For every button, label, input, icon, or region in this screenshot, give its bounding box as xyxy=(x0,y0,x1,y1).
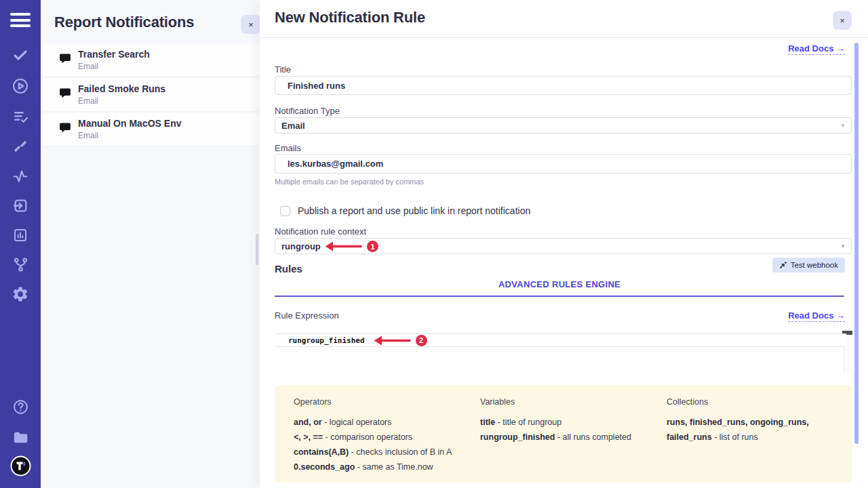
variables-title: Variables xyxy=(480,397,658,407)
list-item[interactable]: Transfer Search Email xyxy=(41,43,260,77)
help-item: runs, finished_runs, ongoing_runs, faile… xyxy=(667,415,845,445)
drawer-close-button[interactable]: × xyxy=(833,11,852,30)
read-docs-link[interactable]: Read Docs → xyxy=(788,310,845,322)
emails-helper-text: Multiple emails can be separated by comm… xyxy=(275,178,424,186)
test-webhook-button[interactable]: Test webhook xyxy=(772,258,845,272)
notification-title: Failed Smoke Runs xyxy=(78,83,165,94)
panel-close-button[interactable]: × xyxy=(241,15,261,34)
list-item[interactable]: Manual On MacOS Env Email xyxy=(41,113,260,146)
test-webhook-label: Test webhook xyxy=(791,261,838,269)
publish-report-label: Publish a report and use public link in … xyxy=(298,205,530,216)
chat-bubble-icon xyxy=(58,122,72,138)
webhook-icon xyxy=(779,261,787,269)
annotation-step-2: 2 xyxy=(373,335,427,346)
emails-label: Emails xyxy=(275,143,301,153)
red-arrow-left-icon xyxy=(373,335,411,346)
rule-context-select[interactable]: rungroup ▼ 1 xyxy=(275,238,852,254)
red-arrow-left-icon xyxy=(324,241,362,252)
title-label: Title xyxy=(275,64,291,75)
collections-column: Collections runs, finished_runs, ongoing… xyxy=(667,397,845,483)
operators-column: Operators and, or - logical operators <,… xyxy=(294,397,472,483)
rules-heading: Rules xyxy=(275,263,302,274)
drawer-scrollbar[interactable] xyxy=(854,43,859,444)
help-item: 0.seconds_ago - same as Time.now xyxy=(294,460,472,474)
read-docs-link[interactable]: Read Docs → xyxy=(788,43,845,55)
playlist-check-icon[interactable] xyxy=(0,108,41,125)
help-item: <, >, == - comparison operators xyxy=(294,430,472,445)
notification-list: Transfer Search Email Failed Smoke Runs … xyxy=(41,43,260,147)
title-input[interactable] xyxy=(275,76,852,95)
chevron-down-icon: ▼ xyxy=(840,123,846,129)
help-item: title - title of rungroup xyxy=(480,415,658,430)
rule-expression-label: Rule Expression xyxy=(275,310,339,321)
notification-type-value: Email xyxy=(281,121,305,131)
rule-context-label: Notification rule context xyxy=(275,226,366,237)
variables-column: Variables title - title of rungroup rung… xyxy=(480,397,658,483)
publish-report-checkbox[interactable] xyxy=(280,206,290,216)
chat-bubble-icon xyxy=(58,87,72,103)
rule-context-value: rungroup xyxy=(281,241,321,251)
help-item: contains(A,B) - checks inclusion of B in… xyxy=(294,445,472,460)
annotation-step-1: 1 xyxy=(324,241,378,252)
notification-type-label: Notification Type xyxy=(275,106,340,116)
help-item: rungroup_finished - all runs completed xyxy=(480,430,658,445)
notification-type: Email xyxy=(78,62,98,71)
check-icon[interactable] xyxy=(0,47,41,64)
list-item[interactable]: Failed Smoke Runs Email xyxy=(41,78,260,111)
emails-input[interactable] xyxy=(275,154,852,174)
annotation-badge-2: 2 xyxy=(416,335,427,346)
panel-scrollbar[interactable] xyxy=(256,234,258,265)
collections-title: Collections xyxy=(667,397,845,407)
expression-help-box: Operators and, or - logical operators <,… xyxy=(275,385,852,483)
help-item: and, or - logical operators xyxy=(294,415,472,430)
app-sidebar xyxy=(0,0,41,488)
chevron-down-icon: ▼ xyxy=(840,243,846,249)
rule-expression-code: rungroup_finished xyxy=(288,336,365,345)
gear-icon[interactable] xyxy=(0,285,41,303)
play-circle-icon[interactable] xyxy=(0,77,41,95)
notification-title: Transfer Search xyxy=(78,49,150,60)
stairs-icon[interactable] xyxy=(0,138,41,155)
app-logo[interactable] xyxy=(0,455,41,476)
drawer-header: New Notification Rule × xyxy=(260,0,868,38)
close-icon: × xyxy=(248,20,254,30)
activity-icon[interactable] xyxy=(0,168,41,184)
tab-active-indicator xyxy=(275,296,844,297)
publish-report-checkbox-row[interactable]: Publish a report and use public link in … xyxy=(280,205,530,216)
operators-title: Operators xyxy=(294,397,472,407)
drawer-title: New Notification Rule xyxy=(275,9,425,26)
tab-advanced-rules-engine[interactable]: ADVANCED RULES ENGINE xyxy=(275,279,844,289)
menu-icon[interactable] xyxy=(10,13,31,30)
chat-bubble-icon xyxy=(58,53,72,68)
panel-title: Report Notifications xyxy=(54,14,194,31)
notification-type: Email xyxy=(78,131,98,140)
folder-icon[interactable] xyxy=(0,428,41,446)
notification-title: Manual On MacOS Env xyxy=(78,118,181,129)
bar-chart-icon[interactable] xyxy=(0,227,41,243)
sign-in-icon[interactable] xyxy=(0,197,41,214)
rule-expression-editor[interactable]: rungroup_finished 2 xyxy=(275,328,852,380)
notification-type-select[interactable]: Email ▼ xyxy=(275,117,852,134)
close-icon: × xyxy=(840,16,845,26)
help-icon[interactable] xyxy=(0,399,41,415)
report-notifications-panel: Report Notifications × Transfer Search E… xyxy=(41,0,260,488)
notification-type: Email xyxy=(78,96,98,106)
editor-active-line[interactable]: rungroup_finished 2 xyxy=(275,333,846,347)
new-notification-rule-drawer: New Notification Rule × Read Docs → Titl… xyxy=(260,0,868,488)
annotation-badge-1: 1 xyxy=(367,241,378,252)
branch-icon[interactable] xyxy=(0,256,41,273)
